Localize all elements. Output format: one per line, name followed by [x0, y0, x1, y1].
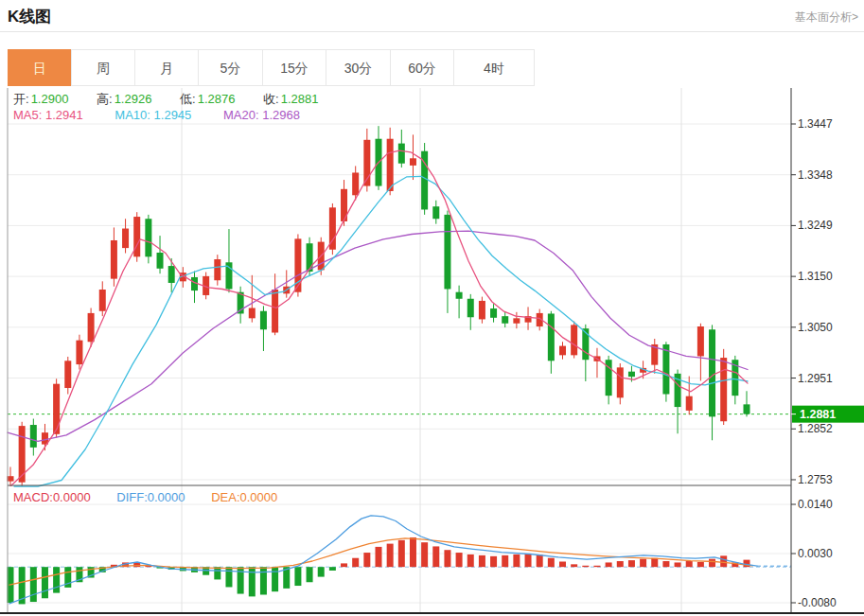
- svg-text:1.3447: 1.3447: [798, 117, 833, 131]
- svg-text:-0.0080: -0.0080: [798, 596, 837, 609]
- svg-text:1.2951: 1.2951: [798, 372, 833, 385]
- svg-text:1.3348: 1.3348: [798, 168, 833, 182]
- diff-label: DIFF:: [116, 490, 148, 504]
- open-value: 1.2900: [31, 92, 69, 106]
- ma5-value: 1.2941: [45, 108, 83, 122]
- diff-value: 0.0000: [148, 490, 185, 504]
- svg-text:0.0030: 0.0030: [798, 547, 833, 560]
- ma10-value: 1.2945: [154, 108, 192, 122]
- kline-panel: K线图 基本面分析> 日周月5分15分30分60分4时 1.34471.3348…: [0, 0, 864, 616]
- svg-text:1.2753: 1.2753: [798, 473, 833, 486]
- svg-text:1.3249: 1.3249: [798, 219, 833, 232]
- close-value: 1.2881: [281, 92, 319, 106]
- ohlc-legend: 开:1.2900 高:1.2926 低:1.2876 收:1.2881: [13, 91, 318, 108]
- svg-text:1.2881: 1.2881: [800, 408, 836, 421]
- dea-label: DEA:: [211, 490, 239, 504]
- ma5-label: MA5:: [13, 108, 42, 122]
- svg-text:1.3150: 1.3150: [798, 270, 833, 283]
- high-value: 1.2926: [115, 92, 152, 106]
- ma20-value: 1.2968: [262, 108, 300, 122]
- low-value: 1.2876: [198, 92, 236, 106]
- close-label: 收:: [263, 91, 279, 108]
- ma-legend: MA5: 1.2941 MA10: 1.2945 MA20: 1.2968: [13, 108, 300, 122]
- macd-label: MACD:: [13, 490, 53, 504]
- dea-value: 0.0000: [240, 490, 278, 504]
- macd-value: 0.0000: [53, 490, 91, 504]
- svg-text:1.3050: 1.3050: [798, 321, 833, 334]
- svg-text:1.2852: 1.2852: [798, 422, 833, 435]
- high-label: 高:: [97, 91, 113, 108]
- macd-legend: MACD:0.0000 DIFF:0.0000 DEA:0.0000: [13, 490, 277, 504]
- open-label: 开:: [13, 91, 29, 108]
- low-label: 低:: [180, 91, 196, 108]
- ma20-label: MA20:: [223, 108, 259, 122]
- ma10-label: MA10:: [115, 108, 150, 122]
- svg-text:0.0140: 0.0140: [798, 498, 833, 511]
